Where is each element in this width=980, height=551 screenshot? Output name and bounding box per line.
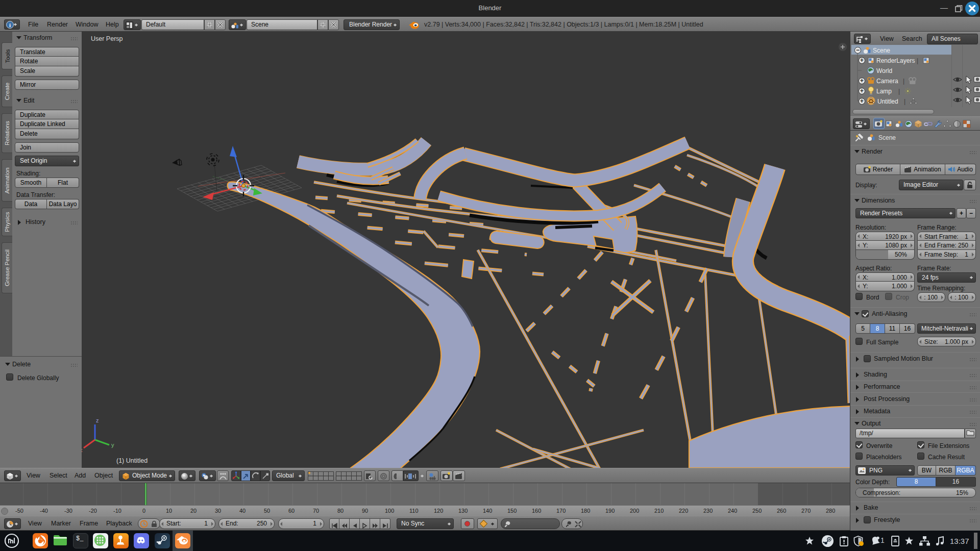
- svg-text:y: y: [111, 442, 114, 448]
- svg-text:User Persp: User Persp: [91, 35, 123, 42]
- svg-text:z: z: [96, 417, 99, 423]
- svg-text:(1) Untitled: (1) Untitled: [116, 457, 148, 464]
